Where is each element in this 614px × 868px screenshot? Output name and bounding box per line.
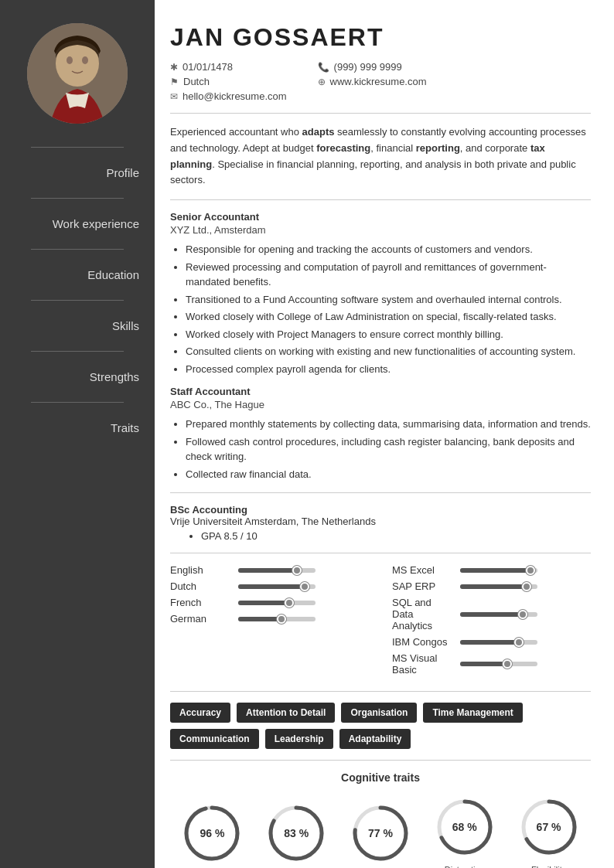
edu-gpa: GPA 8.5 / 10: [201, 530, 591, 542]
list-item: Prepared monthly statements by collectin…: [186, 417, 591, 432]
strength-tag: Communication: [170, 729, 259, 749]
phone-value: (999) 999 9999: [334, 61, 402, 73]
skill-bar-fill: [238, 601, 288, 605]
sidebar-divider-1: [31, 147, 124, 148]
strength-tags-container: AccuracyAttention to DetailOrganisationT…: [170, 703, 591, 749]
dob-item: ✱ 01/01/1478: [170, 61, 287, 73]
skill-name: SQL and Data Analytics: [392, 597, 454, 631]
sidebar-item-skills: Skills: [0, 308, 155, 343]
nationality-icon: ⚑: [170, 77, 179, 87]
website-value: www.kickresume.com: [330, 76, 427, 87]
skill-row: SAP ERP: [392, 580, 591, 592]
skills-languages: EnglishDutchFrenchGerman: [170, 564, 369, 680]
skill-dot: [522, 582, 531, 591]
skill-bar: [460, 584, 537, 589]
trait-percent: 67 %: [537, 821, 561, 833]
sidebar-item-profile: Profile: [0, 155, 155, 190]
skill-name: French: [170, 597, 232, 608]
dob-value: 01/01/1478: [182, 61, 233, 73]
skill-bar: [238, 617, 316, 621]
info-right: 📞 (999) 999 9999 ⊕ www.kickresume.com: [318, 61, 427, 102]
trait-percent: 83 %: [284, 827, 309, 839]
skills-right: MS ExcelSAP ERPSQL and Data AnalyticsIBM…: [392, 564, 591, 676]
traits-title: Cognitive traits: [170, 771, 591, 784]
email-icon: ✉: [170, 91, 178, 102]
skills-left: EnglishDutchFrenchGerman: [170, 564, 369, 625]
job-2: Staff Accountant ABC Co., The Hague Prep…: [170, 386, 591, 482]
svg-point-3: [82, 56, 88, 64]
trait-circle-wrap: 68 %: [434, 796, 496, 858]
sidebar: Profile Work experience Education Skills…: [0, 0, 155, 868]
sidebar-item-strengths: Strengths: [0, 359, 155, 394]
skill-dot: [300, 582, 309, 591]
skill-dot: [277, 614, 286, 624]
trait-item: 96 %Processing Consistency: [181, 802, 243, 868]
sidebar-item-traits: Traits: [0, 410, 155, 445]
nationality-value: Dutch: [183, 76, 210, 87]
strength-tag: Organisation: [341, 703, 417, 723]
skill-bar-fill: [460, 612, 522, 617]
nationality-item: ⚑ Dutch: [170, 76, 287, 87]
job-1-bullets: Responsible for opening and tracking the…: [170, 242, 591, 376]
sidebar-divider-4: [31, 300, 124, 301]
divider-skills-strengths: [170, 691, 591, 692]
phone-item: 📞 (999) 999 9999: [318, 61, 427, 73]
edu-school: Vrije Universiteit Amsterdam, The Nether…: [170, 516, 591, 527]
trait-percent: 96 %: [200, 827, 224, 839]
job-1-title: Senior Accountant: [170, 211, 591, 223]
trait-label: Flexibility Adjustment Speed: [527, 864, 570, 868]
list-item: Reviewed processing and computation of p…: [186, 260, 591, 290]
skill-row: MS Excel: [392, 564, 591, 576]
job-2-bullets: Prepared monthly statements by collectin…: [170, 417, 591, 482]
skill-row: German: [170, 613, 369, 625]
skill-row: SQL and Data Analytics: [392, 597, 591, 631]
skill-row: French: [170, 597, 369, 608]
skill-row: IBM Congos: [392, 636, 591, 648]
list-item: Collected raw financial data.: [186, 467, 591, 482]
edu-gpa-list: GPA 8.5 / 10: [170, 530, 591, 542]
skill-name: MS Visual Basic: [392, 652, 454, 676]
divider-header-profile: [170, 113, 591, 114]
trait-percent: 68 %: [452, 821, 477, 833]
job-2-title: Staff Accountant: [170, 386, 591, 397]
main-content: JAN GOSSAERT ✱ 01/01/1478 ⚑ Dutch ✉ hell…: [155, 0, 614, 868]
skill-name: MS Excel: [392, 564, 454, 576]
list-item: Consulted clients on working with existi…: [186, 344, 591, 359]
phone-icon: 📞: [318, 62, 329, 73]
divider-profile-work: [170, 199, 591, 200]
skill-dot: [503, 659, 512, 669]
trait-circle-wrap: 77 %: [350, 802, 411, 864]
strength-tag: Attention to Detail: [237, 703, 335, 723]
list-item: Worked closely with College of Law Admin…: [186, 309, 591, 325]
skill-bar: [238, 568, 316, 573]
header: JAN GOSSAERT ✱ 01/01/1478 ⚑ Dutch ✉ hell…: [170, 23, 591, 102]
strengths-section: AccuracyAttention to DetailOrganisationT…: [170, 703, 591, 749]
trait-item: 77 %Attention Duration: [350, 802, 411, 868]
trait-item: 68 %Distraction Filtering Effort: [434, 796, 496, 868]
skill-name: German: [170, 613, 232, 625]
trait-circle-wrap: 83 %: [265, 802, 327, 864]
work-experience-section: Senior Accountant XYZ Ltd., Amsterdam Re…: [170, 211, 591, 482]
job-1-company: XYZ Ltd., Amsterdam: [170, 224, 591, 236]
skill-row: Dutch: [170, 580, 369, 592]
divider-work-edu: [170, 492, 591, 493]
skill-bar: [238, 584, 316, 589]
dob-icon: ✱: [170, 62, 178, 73]
skill-bar-fill: [238, 617, 281, 621]
trait-item: 67 %Flexibility Adjustment Speed: [518, 796, 580, 868]
divider-edu-skills: [170, 553, 591, 553]
skills-container: EnglishDutchFrenchGerman MS ExcelSAP ERP…: [170, 564, 591, 680]
strength-tag: Accuracy: [170, 703, 230, 723]
list-item: Worked closely with Project Managers to …: [186, 327, 591, 342]
avatar: [27, 23, 128, 124]
skill-name: Dutch: [170, 580, 232, 592]
list-item: Processed complex payroll agenda for cli…: [186, 362, 591, 377]
svg-point-2: [67, 56, 73, 64]
website-item: ⊕ www.kickresume.com: [318, 76, 427, 87]
profile-section: Experienced accountant who adapts seamle…: [170, 124, 591, 189]
website-icon: ⊕: [318, 77, 326, 87]
trait-circle-wrap: 96 %: [181, 802, 243, 864]
skills-software: MS ExcelSAP ERPSQL and Data AnalyticsIBM…: [392, 564, 591, 680]
divider-strengths-traits: [170, 760, 591, 761]
sidebar-divider-3: [31, 249, 124, 250]
